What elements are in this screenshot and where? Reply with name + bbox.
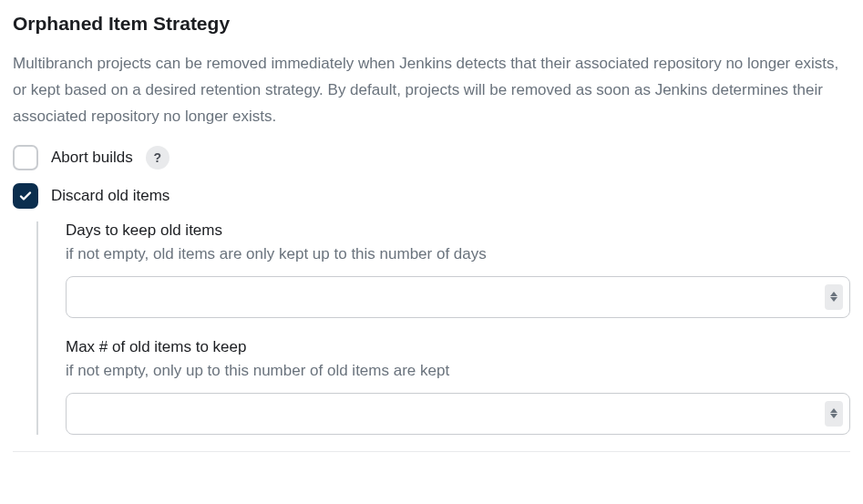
chevron-down-icon <box>830 297 837 302</box>
help-icon[interactable]: ? <box>146 146 170 170</box>
abort-builds-checkbox[interactable] <box>13 145 38 170</box>
discard-old-row: Discard old items <box>13 183 850 209</box>
days-to-keep-hint: if not empty, old items are only kept up… <box>66 245 850 263</box>
section-divider <box>13 451 850 452</box>
chevron-up-icon <box>830 408 837 413</box>
days-to-keep-label: Days to keep old items <box>66 221 850 240</box>
max-count-label: Max # of old items to keep <box>66 338 850 356</box>
max-count-hint: if not empty, only up to this number of … <box>66 362 850 380</box>
section-description: Multibranch projects can be removed imme… <box>13 51 850 130</box>
max-count-stepper[interactable] <box>825 401 843 427</box>
discard-old-nested: Days to keep old items if not empty, old… <box>36 221 850 435</box>
section-title: Orphaned Item Strategy <box>13 13 850 35</box>
discard-old-label: Discard old items <box>51 187 170 205</box>
discard-old-checkbox[interactable] <box>13 183 38 209</box>
days-to-keep-group: Days to keep old items if not empty, old… <box>66 221 850 318</box>
days-to-keep-stepper[interactable] <box>825 284 843 310</box>
days-to-keep-input[interactable] <box>66 276 850 318</box>
chevron-up-icon <box>830 292 837 296</box>
abort-builds-row: Abort builds ? <box>13 145 850 170</box>
max-count-group: Max # of old items to keep if not empty,… <box>66 338 850 435</box>
abort-builds-label: Abort builds <box>51 149 133 167</box>
chevron-down-icon <box>830 414 837 418</box>
max-count-input[interactable] <box>66 393 850 435</box>
